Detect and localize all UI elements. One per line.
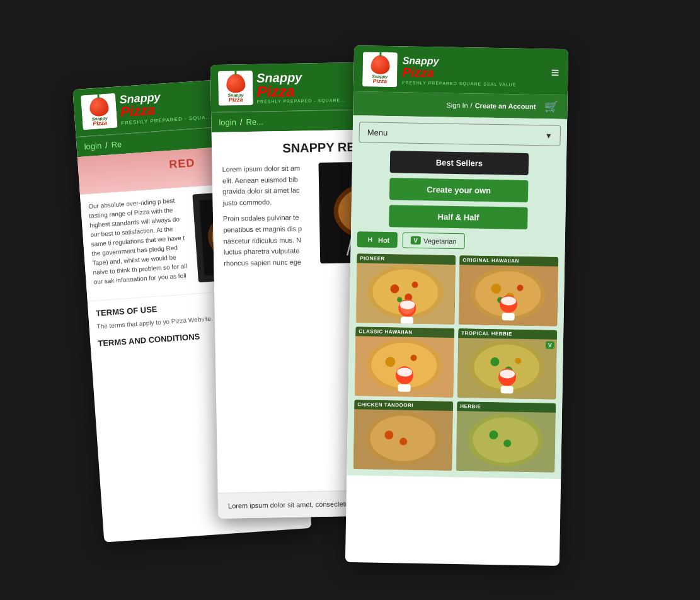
- svg-rect-37: [502, 313, 514, 320]
- logo-icon-right: Snappy Pizza: [362, 52, 398, 87]
- subheader-sep: /: [471, 101, 473, 109]
- hot-badge: H: [365, 235, 376, 243]
- nav-sep-middle: /: [240, 117, 243, 127]
- cart-icon[interactable]: 🛒: [544, 100, 558, 113]
- subheader-right: Sign In / Create an Account 🛒: [353, 91, 568, 119]
- half-half-button[interactable]: Half & Half: [389, 205, 528, 229]
- menu-dropdown-label: Menu: [367, 127, 388, 137]
- pizza-item-tropical-herbie[interactable]: TROPICAL HERBIE V: [457, 328, 557, 400]
- brand-block-right: Snappy Pizza FRESHLY PREPARED SQUARE DEA…: [402, 55, 517, 86]
- tagline-right: FRESHLY PREPARED SQUARE DEAL VALUE: [402, 80, 517, 86]
- snappy-middle: Snappy: [256, 70, 346, 84]
- pizza-middle: Pizza: [256, 83, 346, 99]
- brand-text-middle: Snappy Pizza FRESHLY PREPARED - SQUARE..…: [256, 70, 346, 103]
- create-account-link[interactable]: Create an Account: [475, 101, 536, 110]
- btn-row-bestsellers: Best Sellers: [359, 150, 561, 176]
- pizza-grid: PIONEER: [353, 253, 558, 473]
- phone-card-right: Snappy Pizza Snappy Pizza FRESHLY PREPAR…: [345, 45, 568, 566]
- pizza-label-chicken-tandoori: CHICKEN TANDOORI: [354, 400, 453, 411]
- pizza-label-herbie: HERBIE: [457, 401, 556, 413]
- tomato-mascot-left: [89, 96, 109, 117]
- svg-rect-46: [398, 384, 410, 391]
- pizza-label-classic-hawaiian: CLASSIC HAWAIIAN: [355, 326, 454, 338]
- pizza-item-classic-hawaiian[interactable]: CLASSIC HAWAIIAN: [354, 326, 454, 398]
- pizza-item-chicken-tandoori[interactable]: CHICKEN TANDOORI: [353, 400, 453, 471]
- logo-icon-left: Snappy Pizza: [81, 93, 118, 130]
- svg-rect-55: [500, 386, 513, 393]
- tomato-mascot-right: [370, 55, 390, 74]
- login-link-middle[interactable]: login: [219, 117, 236, 127]
- hot-label: Hot: [378, 236, 390, 243]
- pizza-label-pioneer: PIONEER: [357, 253, 456, 265]
- pizza-right: Pizza: [402, 66, 517, 80]
- veg-badge-tropical: V: [546, 341, 554, 349]
- best-sellers-button[interactable]: Best Sellers: [390, 151, 529, 175]
- sign-in-link[interactable]: Sign In: [446, 101, 468, 110]
- pizza-label-original-hawaiian: ORIGINAL HAWAIIAN: [459, 255, 558, 267]
- logo-text-left: Snappy Pizza FRESHLY PREPARED - SQUA...: [119, 88, 212, 126]
- pizza-brand-left: Pizza: [93, 120, 107, 127]
- veg-label: Vegetarian: [423, 237, 457, 245]
- filter-veg[interactable]: V Vegetarian: [402, 232, 465, 249]
- veg-badge: V: [410, 236, 421, 245]
- dropdown-arrow-icon: ▼: [545, 131, 553, 140]
- pizza-brand-middle: Pizza: [229, 97, 243, 103]
- create-your-own-button[interactable]: Create your own: [389, 178, 529, 202]
- header-top-right: Snappy Pizza Snappy Pizza FRESHLY PREPAR…: [362, 52, 559, 89]
- tagline-middle: FRESHLY PREPARED - SQUARE...: [257, 98, 346, 103]
- pizza-label-tropical-herbie: TROPICAL HERBIE: [458, 328, 557, 340]
- pizza-item-herbie[interactable]: HERBIE: [456, 401, 556, 473]
- filter-row: H Hot V Vegetarian: [357, 231, 559, 251]
- menu-dropdown[interactable]: Menu ▼: [359, 122, 561, 146]
- header-right: Snappy Pizza Snappy Pizza FRESHLY PREPAR…: [353, 45, 568, 95]
- register-link-middle[interactable]: Re...: [246, 117, 263, 127]
- hamburger-icon[interactable]: ≡: [551, 64, 559, 81]
- logo-area-right: Snappy Pizza Snappy Pizza FRESHLY PREPAR…: [362, 52, 517, 89]
- register-link-left[interactable]: Re: [111, 139, 122, 149]
- svg-rect-27: [400, 316, 413, 324]
- nav-sep-left: /: [105, 141, 108, 150]
- pizza-item-original-hawaiian[interactable]: ORIGINAL HAWAIIAN: [458, 255, 558, 326]
- menu-body-right: Menu ▼ Best Sellers Create your own Half…: [347, 115, 567, 479]
- btn-row-create: Create your own: [358, 177, 560, 203]
- btn-row-halfhalf: Half & Half: [357, 204, 559, 230]
- login-link-left[interactable]: login: [84, 141, 101, 151]
- pizza-brand-right: Pizza: [372, 78, 387, 84]
- logo-icon-middle: Snappy Pizza: [218, 71, 253, 106]
- tomato-mascot-middle: [226, 74, 245, 93]
- pizza-item-pioneer[interactable]: PIONEER: [356, 253, 456, 325]
- filter-hot[interactable]: H Hot: [357, 231, 398, 248]
